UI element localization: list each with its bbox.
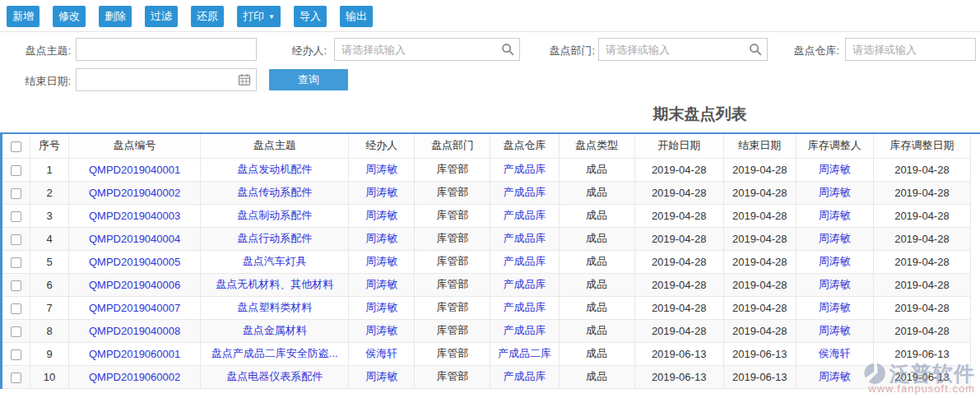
cell-start: 2019-06-13 — [634, 365, 723, 388]
toolbar-button-label: 过滤 — [151, 10, 172, 22]
row-checkbox[interactable] — [11, 188, 21, 199]
adjuster-link[interactable]: 侯海轩 — [819, 347, 851, 359]
warehouse-link[interactable]: 产成品库 — [503, 370, 546, 382]
code-link[interactable]: QMPD2019040006 — [89, 279, 180, 291]
cell-agent: 周涛敏 — [349, 319, 415, 342]
toolbar-button-label: 打印 — [243, 10, 264, 22]
theme-link[interactable]: 盘点产成品二库安全防盗... — [211, 347, 338, 359]
toolbar-button-restore[interactable]: 还原 — [191, 6, 224, 27]
row-checkbox[interactable] — [11, 165, 21, 176]
row-checkbox[interactable] — [11, 373, 21, 383]
row-checkbox-cell — [2, 319, 30, 342]
code-link[interactable]: QMPD2019040004 — [89, 233, 180, 245]
warehouse-link[interactable]: 产成品库 — [503, 324, 546, 336]
warehouse-link[interactable]: 产成品库 — [503, 255, 546, 267]
theme-link[interactable]: 盘点无机材料、其他材料 — [216, 278, 333, 290]
adjuster-link[interactable]: 周涛敏 — [819, 255, 851, 267]
query-button[interactable]: 查询 — [269, 69, 348, 90]
theme-link[interactable]: 盘点发动机配件 — [237, 163, 312, 175]
cell-start: 2019-04-28 — [634, 181, 723, 204]
end-date-filter-input[interactable] — [76, 68, 257, 91]
cell-index: 10 — [30, 365, 69, 388]
code-link[interactable]: QMPD2019060002 — [89, 371, 180, 383]
warehouse-link[interactable]: 产成品库 — [503, 301, 546, 313]
code-link[interactable]: QMPD2019040001 — [89, 164, 180, 176]
theme-link[interactable]: 盘点塑料类材料 — [237, 301, 312, 313]
code-link[interactable]: QMPD2019040008 — [89, 325, 180, 337]
cell-type: 成品 — [559, 227, 634, 250]
cell-theme: 盘点行动系配件 — [201, 227, 349, 250]
theme-link[interactable]: 盘点行动系配件 — [237, 232, 312, 244]
toolbar-button-delete[interactable]: 删除 — [99, 6, 132, 27]
agent-link[interactable]: 周涛敏 — [365, 232, 397, 244]
search-icon[interactable] — [749, 43, 762, 56]
agent-link[interactable]: 周涛敏 — [365, 186, 397, 198]
adjuster-link[interactable]: 周涛敏 — [819, 301, 851, 313]
theme-filter-input[interactable] — [76, 38, 257, 61]
agent-link[interactable]: 周涛敏 — [365, 301, 397, 313]
cell-adjuster: 周涛敏 — [796, 158, 873, 181]
theme-link[interactable]: 盘点传动系配件 — [237, 186, 312, 198]
cell-start: 2019-06-13 — [634, 342, 723, 365]
code-link[interactable]: QMPD2019040003 — [89, 210, 180, 222]
toolbar-button-import[interactable]: 导入 — [294, 6, 327, 27]
agent-link[interactable]: 侯海轩 — [365, 347, 397, 359]
toolbar-button-edit[interactable]: 修改 — [53, 6, 86, 27]
toolbar-button-label: 导入 — [300, 10, 321, 22]
warehouse-link[interactable]: 产成品库 — [503, 278, 546, 290]
adjuster-link[interactable]: 周涛敏 — [819, 324, 851, 336]
row-checkbox[interactable] — [11, 326, 21, 337]
adjuster-link[interactable]: 周涛敏 — [819, 232, 851, 244]
code-link[interactable]: QMPD2019040007 — [89, 302, 180, 314]
search-icon[interactable] — [501, 43, 514, 56]
adjuster-link[interactable]: 周涛敏 — [819, 370, 851, 382]
code-link[interactable]: QMPD2019040005 — [89, 256, 180, 268]
cell-dept: 库管部 — [415, 250, 490, 273]
toolbar-button-print[interactable]: 打印▼ — [237, 6, 281, 27]
agent-filter-input[interactable] — [334, 38, 520, 61]
row-checkbox[interactable] — [11, 349, 21, 360]
cell-code: QMPD2019060001 — [69, 342, 201, 365]
toolbar-button-add[interactable]: 新增 — [7, 6, 39, 27]
warehouse-link[interactable]: 产成品库 — [503, 163, 546, 175]
adjuster-link[interactable]: 周涛敏 — [819, 209, 851, 221]
warehouse-link[interactable]: 产成品库 — [503, 186, 546, 198]
warehouse-link[interactable]: 产成品二库 — [498, 347, 551, 359]
select-all-checkbox[interactable] — [11, 141, 21, 152]
table-row: 2QMPD2019040002盘点传动系配件周涛敏库管部产成品库成品2019-0… — [2, 181, 971, 204]
agent-link[interactable]: 周涛敏 — [365, 163, 397, 175]
cell-type: 成品 — [559, 181, 634, 204]
column-header-adjuster: 库存调整人 — [796, 134, 873, 158]
agent-link[interactable]: 周涛敏 — [365, 370, 397, 382]
adjuster-link[interactable]: 周涛敏 — [819, 186, 851, 198]
toolbar-button-export[interactable]: 输出 — [340, 6, 373, 27]
theme-link[interactable]: 盘点汽车灯具 — [243, 255, 307, 267]
theme-link[interactable]: 盘点电器仪表系配件 — [226, 370, 323, 382]
adjuster-link[interactable]: 周涛敏 — [819, 278, 851, 290]
agent-link[interactable]: 周涛敏 — [365, 255, 397, 267]
agent-link[interactable]: 周涛敏 — [365, 324, 397, 336]
warehouse-link[interactable]: 产成品库 — [503, 209, 546, 221]
toolbar-button-label: 输出 — [346, 10, 367, 22]
row-checkbox[interactable] — [11, 280, 21, 291]
theme-link[interactable]: 盘点制动系配件 — [237, 209, 312, 221]
table-row: 9QMPD2019060001盘点产成品二库安全防盗...侯海轩库管部产成品二库… — [2, 342, 971, 365]
row-checkbox[interactable] — [11, 257, 21, 268]
code-link[interactable]: QMPD2019040002 — [89, 187, 180, 199]
agent-link[interactable]: 周涛敏 — [365, 209, 397, 221]
calendar-icon[interactable] — [238, 73, 251, 86]
table-row: 6QMPD2019040006盘点无机材料、其他材料周涛敏库管部产成品库成品20… — [2, 273, 971, 296]
agent-link[interactable]: 周涛敏 — [365, 278, 397, 290]
code-link[interactable]: QMPD2019060001 — [89, 348, 180, 360]
row-checkbox[interactable] — [11, 303, 21, 314]
cell-agent: 侯海轩 — [349, 342, 415, 365]
dept-filter-input[interactable] — [598, 38, 768, 61]
adjuster-link[interactable]: 周涛敏 — [819, 163, 851, 175]
theme-link[interactable]: 盘点金属材料 — [243, 324, 307, 336]
warehouse-link[interactable]: 产成品库 — [503, 232, 546, 244]
row-checkbox[interactable] — [11, 234, 21, 245]
row-checkbox[interactable] — [11, 211, 21, 222]
toolbar-button-filter[interactable]: 过滤 — [145, 6, 178, 27]
column-header-code: 盘点编号 — [69, 134, 201, 158]
warehouse-filter-input[interactable] — [845, 38, 976, 61]
